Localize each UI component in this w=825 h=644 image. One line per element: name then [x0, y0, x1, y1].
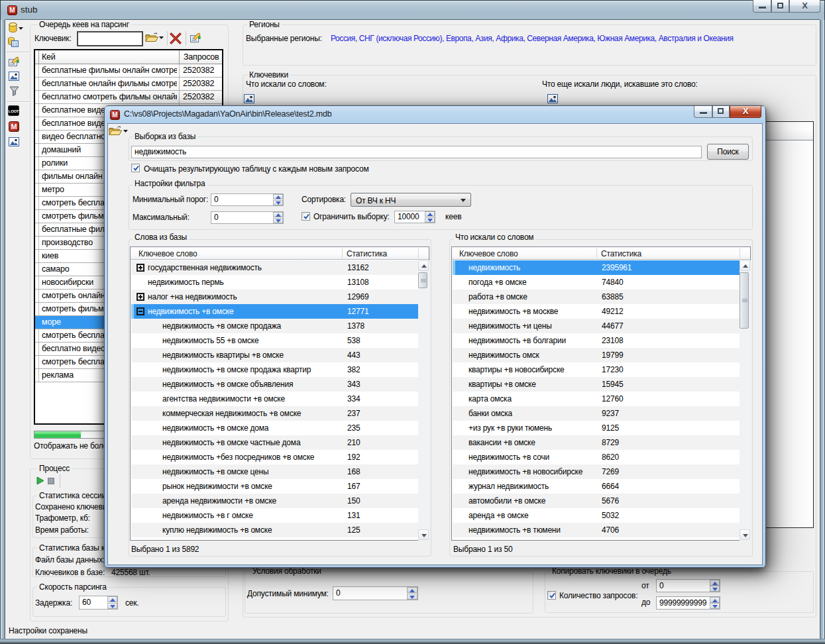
svg-text:LOOT: LOOT	[9, 109, 19, 113]
svg-text:M: M	[11, 123, 17, 131]
